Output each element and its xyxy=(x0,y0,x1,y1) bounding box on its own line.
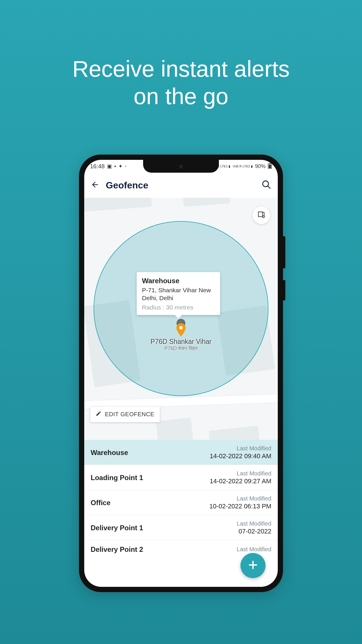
list-item-date: 10-02-2022 06:13 PM xyxy=(209,503,271,510)
edit-geofence-label: EDIT GEOFENCE xyxy=(105,411,154,418)
plus-icon xyxy=(247,559,259,572)
twitter-icon: ✦ xyxy=(118,164,123,169)
svg-point-6 xyxy=(179,326,183,330)
more-icon: • xyxy=(125,165,126,168)
promo-headline: Receive instant alerts on the go xyxy=(0,0,362,110)
svg-rect-2 xyxy=(269,164,271,168)
geofence-list-item[interactable]: Office Last Modified 10-02-2022 06:13 PM xyxy=(84,490,278,515)
last-modified-label: Last Modified xyxy=(210,470,271,477)
phone-side-button xyxy=(283,236,285,268)
map-place-sub: P76D शंकर विहार xyxy=(150,346,211,351)
add-geofence-fab[interactable] xyxy=(240,553,266,578)
list-item-date: 07-02-2022 xyxy=(237,528,271,535)
pencil-icon xyxy=(96,411,101,418)
last-modified-label: Last Modified xyxy=(209,495,271,502)
headline-line2: on the go xyxy=(0,83,362,110)
geofence-list: Warehouse Last Modified 14-02-2022 09:40… xyxy=(84,440,278,558)
phone-screen: 16:48 ▣ ▪ ✦ • 🔇 VoB LTE1 ▮ VoB R LTE2 ▮ … xyxy=(84,160,278,587)
last-modified-label: Last Modified xyxy=(237,546,271,553)
map-place-label: P76D Shankar Vihar P76D शंकर विहार xyxy=(150,338,211,351)
app-header: Geofence xyxy=(84,173,278,198)
info-card-address: P-71, Shankar Vihar New Delhi, Delhi xyxy=(142,286,215,302)
map-marker-icon[interactable] xyxy=(176,323,186,338)
list-item-date: 14-02-2022 09:27 AM xyxy=(210,477,271,485)
map-place-name: P76D Shankar Vihar xyxy=(150,338,211,346)
list-item-name: Delivery Point 2 xyxy=(91,545,143,554)
map-settings-icon xyxy=(257,211,266,220)
map-building-shape xyxy=(209,426,260,440)
phone-side-button xyxy=(283,280,285,300)
info-card-title: Warehouse xyxy=(142,277,215,285)
phone-notch xyxy=(143,160,219,173)
signal-icon-2: VoB R LTE2 ▮ xyxy=(233,165,253,168)
list-item-name: Office xyxy=(91,499,110,507)
headline-line1: Receive instant alerts xyxy=(0,55,362,83)
geofence-list-item[interactable]: Warehouse Last Modified 14-02-2022 09:40… xyxy=(84,440,278,465)
geofence-list-item[interactable]: Delivery Point 1 Last Modified 07-02-202… xyxy=(84,515,278,540)
battery-percent: 90% xyxy=(255,163,266,169)
status-time: 16:48 xyxy=(90,163,105,170)
map-layers-button[interactable] xyxy=(253,206,270,224)
list-item-name: Warehouse xyxy=(91,449,128,457)
edit-geofence-button[interactable]: EDIT GEOFENCE xyxy=(90,406,160,422)
list-item-name: Loading Point 1 xyxy=(91,474,143,482)
back-button[interactable] xyxy=(91,180,99,190)
last-modified-label: Last Modified xyxy=(210,445,271,452)
geofence-list-item[interactable]: Loading Point 1 Last Modified 14-02-2022… xyxy=(84,465,278,490)
geofence-info-card[interactable]: Warehouse P-71, Shankar Vihar New Delhi,… xyxy=(137,272,220,315)
battery-icon xyxy=(268,163,272,170)
chat-icon: ▪ xyxy=(114,164,116,169)
last-modified-label: Last Modified xyxy=(237,520,271,527)
search-button[interactable] xyxy=(261,180,271,191)
map-building-shape xyxy=(84,198,152,212)
page-title: Geofence xyxy=(106,180,255,191)
map-view[interactable]: Warehouse P-71, Shankar Vihar New Delhi,… xyxy=(84,198,278,440)
map-building-shape xyxy=(156,418,193,440)
list-item-date: 14-02-2022 09:40 AM xyxy=(210,452,271,460)
map-building-shape xyxy=(183,198,230,207)
list-item-name: Delivery Point 1 xyxy=(91,524,143,532)
info-card-radius: Radius : 30 metres xyxy=(142,304,215,311)
phone-frame: 16:48 ▣ ▪ ✦ • 🔇 VoB LTE1 ▮ VoB R LTE2 ▮ … xyxy=(79,155,283,592)
image-icon: ▣ xyxy=(107,164,112,169)
svg-line-4 xyxy=(268,186,270,188)
